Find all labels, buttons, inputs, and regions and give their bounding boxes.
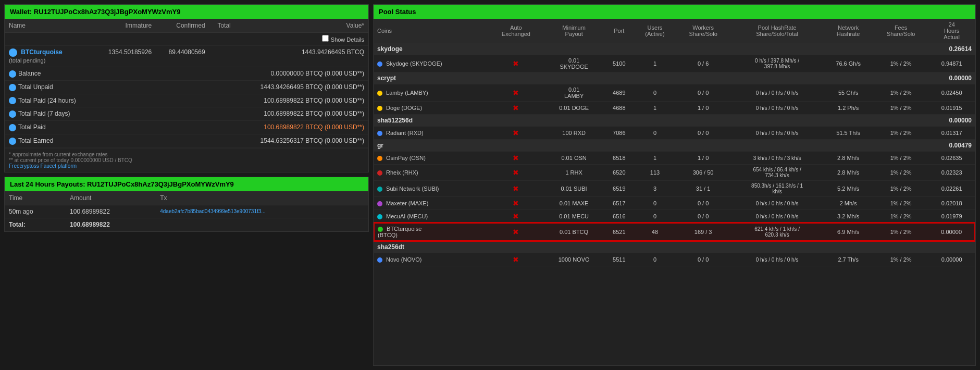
- coin-24h: 0.02261: [928, 181, 975, 197]
- coin-port: 6516: [604, 210, 634, 224]
- coin-row: OsinPay (OSN) ✖ 0.01 OSN 6518 1 1 / 0 3 …: [374, 152, 975, 165]
- btcq-pending: (total pending): [9, 57, 45, 64]
- coin-pool-hashrate: 0 h/s / 0 h/s / 0 h/s: [731, 127, 824, 140]
- coin-workers: 0 / 0: [675, 253, 730, 266]
- coin-pool-hashrate: 3 kh/s / 0 h/s / 3 kh/s: [731, 152, 824, 165]
- coin-fees: 1% / 2%: [873, 210, 928, 224]
- coin-24h: 0.00000: [928, 253, 975, 266]
- coin-24h: 0.01317: [928, 127, 975, 140]
- coin-pool-hashrate: 0 h/s / 0 h/s / 0 h/s: [731, 102, 824, 115]
- coin-name: Maxeter (MAXE): [374, 197, 488, 210]
- algo-name: skydoge: [374, 43, 488, 55]
- coin-auto-exchanged: ✖: [488, 197, 544, 210]
- coin-min-payout: 1 RHX: [544, 165, 604, 181]
- footnote: * approximate from current exchange rate…: [5, 148, 368, 172]
- total-paid-24h-row: Total Paid (24 hours) 100.68989822 BTCQ …: [5, 94, 368, 107]
- coin-network-hashrate: 2.7 Th/s: [823, 253, 873, 266]
- pool-col-workers: WorkersShare/Solo: [675, 19, 730, 43]
- coin-auto-exchanged: ✖: [488, 127, 544, 140]
- pool-col-users: Users(Active): [635, 19, 676, 43]
- coin-name: OsinPay (OSN): [374, 152, 488, 165]
- coin-pool-hashrate: 621.4 kh/s / 1 kh/s /620.3 kh/s: [731, 223, 824, 241]
- algo-value: 0.26614: [928, 43, 975, 55]
- payout-total-value: 100.68989822: [66, 218, 156, 231]
- coin-users-active: 48: [635, 223, 676, 241]
- col-immature: Immature: [94, 19, 156, 33]
- coin-fees: 1% / 2%: [873, 181, 928, 197]
- coin-workers: 1 / 0: [675, 152, 730, 165]
- coin-workers: 0 / 0: [675, 127, 730, 140]
- wallet-card: Wallet: RU12TUJPoCx8hAz73Q3jJBgPXoMYWzVm…: [4, 4, 369, 172]
- coin-network-hashrate: 3.2 Mh/s: [823, 210, 873, 224]
- total-paid-row: Total Paid 100.68989822 BTCQ (0.000 USD*…: [5, 121, 368, 134]
- coin-port: 6518: [604, 152, 634, 165]
- payout-tx[interactable]: 4daeb2afc7b85bad0434999e513e900731f3...: [156, 205, 368, 218]
- col-name: Name: [5, 19, 94, 33]
- pool-col-network: NetworkHashrate: [823, 19, 873, 43]
- coin-24h: 0.94871: [928, 55, 975, 72]
- coin-network-hashrate: 2.8 Mh/s: [823, 165, 873, 181]
- footnote1: * approximate from current exchange rate…: [9, 152, 364, 157]
- coin-24h: 0.02323: [928, 165, 975, 181]
- col-confirmed: Confirmed: [156, 19, 209, 33]
- show-details-row: Show Details: [5, 33, 368, 46]
- coin-auto-exchanged: ✖: [488, 223, 544, 241]
- pool-col-minpayout: MinimumPayout: [544, 19, 604, 43]
- pool-col-24h: 24HoursActual: [928, 19, 975, 43]
- coin-users-active: 1: [635, 55, 676, 72]
- coin-workers: 0 / 0: [675, 210, 730, 224]
- pool-title: Pool Status: [374, 5, 975, 19]
- algo-row: sha256dt: [374, 241, 975, 253]
- coin-row: Maxeter (MAXE) ✖ 0.01 MAXE 6517 0 0 / 0 …: [374, 197, 975, 210]
- red-x-icon: ✖: [513, 212, 519, 220]
- coin-row: Doge (DOGE) ✖ 0.01 DOGE 4688 1 1 / 0 0 h…: [374, 102, 975, 115]
- coin-name: Lamby (LAMBY): [374, 84, 488, 102]
- coin-network-hashrate: 55 Gh/s: [823, 84, 873, 102]
- coin-auto-exchanged: ✖: [488, 253, 544, 266]
- coin-port: 5511: [604, 253, 634, 266]
- coin-users-active: 0: [635, 197, 676, 210]
- coin-name: Novo (NOVO): [374, 253, 488, 266]
- coin-row: Lamby (LAMBY) ✖ 0.01LAMBY 4689 0 0 / 0 0…: [374, 84, 975, 102]
- payout-col-time: Time: [5, 191, 66, 205]
- payout-total-label: Total:: [5, 218, 66, 231]
- faucet-link[interactable]: Freecryptoss Faucet platform: [9, 163, 77, 169]
- coin-min-payout: 0.01SKYDOGE: [544, 55, 604, 72]
- red-x-icon: ✖: [513, 228, 519, 236]
- coin-port: 6521: [604, 223, 634, 241]
- coin-24h: 0.01915: [928, 102, 975, 115]
- coin-row: Radiant (RXD) ✖ 100 RXD 7086 0 0 / 0 0 h…: [374, 127, 975, 140]
- show-details-label[interactable]: Show Details: [331, 36, 364, 43]
- pool-table-header: Coins AutoExchanged MinimumPayout Port U…: [374, 19, 975, 43]
- btcq-name: BTCturquoise: [21, 48, 62, 56]
- red-x-icon: ✖: [513, 154, 519, 162]
- coin-24h: 0.02018: [928, 197, 975, 210]
- coin-workers: 0 / 0: [675, 197, 730, 210]
- show-details-checkbox[interactable]: [322, 35, 329, 42]
- coin-network-hashrate: 2 Mh/s: [823, 197, 873, 210]
- coin-pool-hashrate: 0 h/s / 0 h/s / 0 h/s: [731, 253, 824, 266]
- coin-users-active: 1: [635, 152, 676, 165]
- btcq-value: 1443.94266495 BTCQ: [235, 46, 368, 67]
- coin-workers: 0 / 0: [675, 84, 730, 102]
- coin-name: MecuAI (MECU): [374, 210, 488, 224]
- total-paid-value: 100.68989822 BTCQ (0.000 USD**): [235, 121, 368, 134]
- coin-name: Radiant (RXD): [374, 127, 488, 140]
- coin-port: 7086: [604, 127, 634, 140]
- coin-24h: 0.01979: [928, 210, 975, 224]
- coin-row: Skydoge (SKYDOGE) ✖ 0.01SKYDOGE 5100 1 0…: [374, 55, 975, 72]
- coin-fees: 1% / 2%: [873, 253, 928, 266]
- algo-value: 0.00000: [928, 72, 975, 84]
- coin-network-hashrate: 2.8 Mh/s: [823, 152, 873, 165]
- algo-row: skydoge 0.26614: [374, 43, 975, 55]
- coin-row: Rheix (RHX) ✖ 1 RHX 6520 113 306 / 50 65…: [374, 165, 975, 181]
- coin-network-hashrate: 6.9 Mh/s: [823, 223, 873, 241]
- algo-name: sha256dt: [374, 241, 488, 253]
- red-x-icon: ✖: [513, 199, 519, 207]
- coin-fees: 1% / 2%: [873, 197, 928, 210]
- coin-users-active: 0: [635, 253, 676, 266]
- coin-auto-exchanged: ✖: [488, 165, 544, 181]
- coin-24h: 0.02635: [928, 152, 975, 165]
- coin-pool-hashrate: 0 h/s / 397.8 Mh/s /397.8 Mh/s: [731, 55, 824, 72]
- coin-row: BTCturquoise(BTCQ) ✖ 0.01 BTCQ 6521 48 1…: [374, 223, 975, 241]
